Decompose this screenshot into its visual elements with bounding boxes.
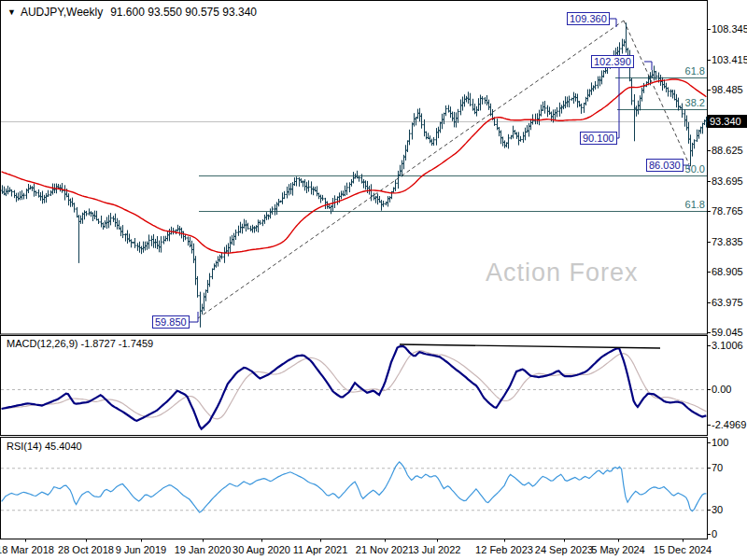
price-annotation[interactable]: 109.360 [567, 12, 610, 25]
price-annotation[interactable]: 86.030 [646, 159, 684, 172]
price-axis-label: 59.045 [712, 327, 743, 339]
price-axis-label: 103.415 [712, 54, 747, 66]
rsi-axis-label: 0 [712, 528, 717, 540]
date-axis-label: 21 Nov 2021 [356, 544, 414, 555]
price-annotation[interactable]: 102.390 [591, 55, 634, 68]
macd-axis-label: 0.00 [712, 384, 731, 396]
symbol-dropdown-icon[interactable]: ▼ [7, 7, 16, 17]
ohlc-values: 91.600 93.550 90.575 93.340 [110, 6, 257, 19]
macd-label: MACD(12,26,9) -1.8727 -1.7459 [7, 338, 153, 349]
rsi-label: RSI(14) 45.4040 [7, 441, 82, 452]
watermark: Action Forex [486, 259, 639, 287]
price-axis-label: 88.625 [712, 145, 743, 157]
price-axis-label: 68.905 [712, 266, 743, 278]
date-axis-label: 28 Oct 2018 [58, 544, 114, 555]
price-axis-label: 63.975 [712, 297, 743, 309]
macd-axis-label: 3.1006 [712, 340, 743, 352]
price-annotation[interactable]: 59.850 [152, 315, 190, 329]
date-axis-label: 19 Jan 2020 [175, 544, 232, 555]
date-axis-label: 9 Jun 2019 [116, 544, 166, 555]
rsi-axis-label: 100 [712, 437, 728, 449]
chart-header: ▼AUDJPY,Weekly91.600 93.550 90.575 93.34… [7, 6, 257, 19]
price-axis-label: 108.345 [712, 23, 747, 35]
price-axis-label: 73.835 [712, 236, 743, 248]
date-axis-label: 12 Feb 2023 [475, 544, 533, 555]
date-axis-label: 24 Sep 2023 [535, 544, 593, 555]
current-price-tag: 93.340 [708, 115, 747, 128]
date-axis-label: 11 Apr 2021 [293, 544, 348, 555]
date-axis-label: 15 Dec 2024 [654, 544, 712, 555]
rsi-axis-label: 70 [712, 462, 723, 474]
price-annotation[interactable]: 90.100 [580, 132, 617, 145]
date-axis-label: 3 Jul 2022 [414, 544, 461, 555]
price-axis-label: 98.485 [712, 84, 743, 96]
fib-level-label: 38.2 [685, 97, 705, 108]
fib-level-label: 61.8 [685, 199, 705, 210]
date-axis-label: 5 May 2024 [591, 544, 644, 555]
date-axis-label: 30 Aug 2020 [233, 544, 290, 555]
date-axis-label: 18 Mar 2018 [0, 544, 54, 555]
price-axis-label: 83.695 [712, 175, 743, 188]
macd-axis-label: -2.4969 [712, 419, 746, 431]
fib-level-label: 61.8 [685, 65, 705, 77]
rsi-axis-label: 30 [712, 504, 723, 516]
symbol-title: AUDJPY,Weekly [21, 6, 103, 19]
fib-level-label: 50.0 [685, 163, 705, 175]
trading-chart-window: ▼AUDJPY,Weekly91.600 93.550 90.575 93.34… [0, 0, 747, 560]
price-axis-label: 78.765 [712, 205, 743, 217]
